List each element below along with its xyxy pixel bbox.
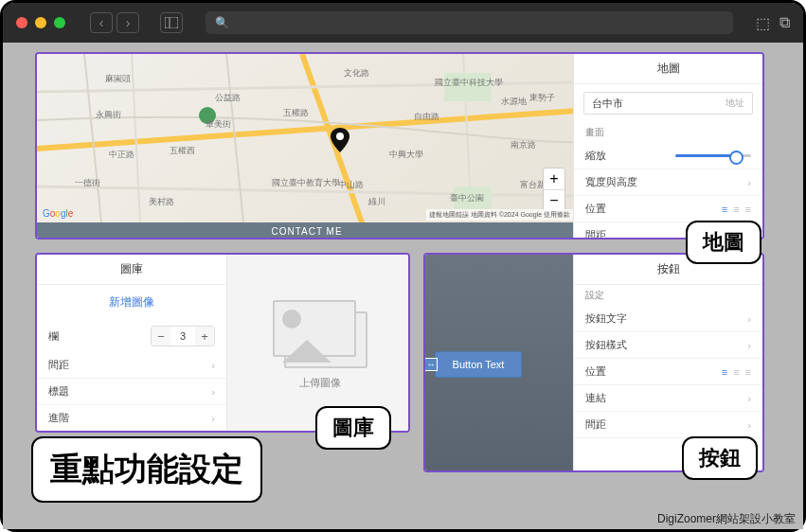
tag-button: 按鈕 — [682, 436, 758, 480]
setting-link[interactable]: 連結 › — [574, 385, 762, 412]
map-road-label: 東勢子 — [529, 92, 555, 104]
align-icons[interactable]: ≡ ≡ ≡ — [722, 366, 751, 378]
setting-position[interactable]: 位置 ≡ ≡ ≡ — [574, 196, 762, 222]
chevron-right-icon: › — [747, 340, 751, 351]
map-road-label: 水源地 — [501, 96, 527, 108]
maximize-window-icon[interactable] — [54, 17, 65, 28]
button-preview-area: ↔ Button Text — [425, 255, 577, 472]
footer-credit: DigiZoomer網站架設小教室 — [657, 511, 796, 527]
titlebar: ‹ › 🔍 ⬚ ⧉ — [3, 3, 803, 43]
panel-title: 地圖 — [574, 54, 762, 84]
map-road-label: 臺中公園 — [450, 192, 484, 204]
map-road-label: 永興街 — [96, 109, 121, 121]
setting-advanced[interactable]: 進階 › — [37, 405, 226, 432]
map-location-input[interactable]: 台中市 地址 — [583, 92, 753, 115]
location-placeholder: 地址 — [725, 97, 744, 110]
align-left-icon[interactable]: ≡ — [722, 366, 727, 378]
chevron-right-icon: › — [747, 419, 751, 431]
setting-position[interactable]: 位置 ≡ ≡ ≡ — [574, 359, 762, 385]
align-left-icon[interactable]: ≡ — [722, 204, 727, 215]
chevron-right-icon: › — [747, 313, 751, 325]
map-preview[interactable]: 麻園頭 公益路 華美街 文化路 國立臺中教育大學 中興大學 國立臺中科技大學 五… — [37, 54, 577, 239]
section-label: 設定 — [574, 285, 762, 306]
align-center-icon[interactable]: ≡ — [733, 204, 739, 215]
columns-stepper: − 3 + — [151, 326, 215, 346]
nav-forward-button[interactable]: › — [116, 12, 139, 33]
stepper-value: 3 — [170, 330, 195, 342]
zoom-slider[interactable] — [675, 154, 751, 157]
close-window-icon[interactable] — [16, 17, 27, 28]
map-road-label: 一德街 — [75, 177, 100, 189]
map-road-label: 美村路 — [149, 196, 174, 208]
map-road-label: 五權路 — [283, 107, 309, 119]
map-attribution: 捷報地圖錯誤 地圖資料 ©2024 Google 使用條款 — [426, 209, 573, 221]
stepper-minus-button[interactable]: − — [152, 327, 170, 346]
location-value: 台中市 — [592, 97, 623, 111]
map-road-label: 自由路 — [414, 111, 439, 123]
map-road-label: 綠川 — [368, 196, 385, 208]
map-road-label: 國立臺中教育大學 — [272, 177, 340, 189]
align-icons[interactable]: ≡ ≡ ≡ — [722, 204, 751, 215]
chevron-right-icon: › — [747, 393, 751, 404]
tabs-icon[interactable]: ⧉ — [779, 14, 790, 32]
tag-gallery: 圖庫 — [315, 406, 391, 450]
map-road-label: 五權西 — [170, 145, 195, 157]
chevron-right-icon: › — [211, 413, 215, 424]
columns-label: 欄 — [48, 329, 59, 344]
setting-spacing[interactable]: 間距 › — [37, 352, 226, 379]
align-right-icon[interactable]: ≡ — [745, 204, 751, 215]
setting-button-style[interactable]: 按鈕樣式 › — [574, 332, 762, 359]
nav-back-button[interactable]: ‹ — [90, 12, 113, 33]
setting-spacing[interactable]: 間距 › — [574, 412, 762, 438]
share-icon[interactable]: ⬚ — [756, 14, 770, 32]
tag-map: 地圖 — [686, 221, 761, 264]
map-zoom-in-button[interactable]: + — [544, 168, 564, 190]
map-road-label: 麻園頭 — [105, 73, 131, 85]
align-center-icon[interactable]: ≡ — [733, 366, 739, 378]
map-road-label: 公益路 — [215, 92, 241, 104]
map-zoom-out-button[interactable]: − — [544, 190, 564, 211]
add-image-button[interactable]: 新增圖像 — [37, 285, 226, 320]
button-preview[interactable]: ↔ Button Text — [435, 351, 522, 378]
align-right-icon[interactable]: ≡ — [745, 366, 751, 378]
chevron-right-icon: › — [211, 386, 215, 398]
chevron-right-icon: › — [211, 360, 215, 371]
map-card: 麻園頭 公益路 華美街 文化路 國立臺中教育大學 中興大學 國立臺中科技大學 五… — [35, 52, 764, 239]
section-label: 畫面 — [574, 122, 762, 143]
columns-setting: 欄 − 3 + — [37, 320, 226, 352]
image-placeholder-icon — [273, 300, 367, 366]
tag-main-title: 重點功能設定 — [31, 436, 262, 503]
svg-rect-0 — [165, 17, 178, 28]
map-road-label: 國立臺中科技大學 — [435, 77, 503, 89]
setting-size[interactable]: 寬度與高度 › — [574, 169, 762, 196]
search-input[interactable]: 🔍 — [206, 11, 733, 34]
setting-title[interactable]: 標題 › — [37, 379, 226, 405]
contact-label: CONTACT ME — [37, 222, 577, 239]
map-pin-icon — [331, 128, 349, 158]
svg-point-5 — [336, 133, 344, 140]
map-road-label: 文化路 — [344, 67, 369, 80]
map-zoom-controls: + − — [543, 168, 565, 212]
drag-handle-icon[interactable]: ↔ — [424, 358, 438, 371]
stepper-plus-button[interactable]: + — [195, 327, 214, 346]
setting-zoom[interactable]: 縮放 — [574, 143, 762, 169]
gallery-settings-panel: 圖庫 新增圖像 欄 − 3 + 間距 › 標題 › — [37, 255, 226, 433]
window-traffic-lights — [16, 17, 65, 28]
chevron-right-icon: › — [747, 177, 751, 188]
panel-title: 圖庫 — [37, 255, 226, 285]
sidebar-toggle-icon[interactable] — [160, 12, 183, 33]
map-road-label: 中興大學 — [389, 149, 423, 161]
minimize-window-icon[interactable] — [35, 17, 46, 28]
map-road-label: 南京路 — [510, 139, 536, 151]
search-icon: 🔍 — [215, 16, 229, 29]
map-road-label: 華美街 — [206, 118, 231, 131]
setting-button-text[interactable]: 按鈕文字 › — [574, 306, 762, 332]
upload-label: 上傳圖像 — [299, 376, 341, 390]
map-settings-panel: 地圖 台中市 地址 畫面 縮放 寬度與高度 › 位置 ≡ — [573, 54, 762, 239]
map-road-label: 中山路 — [338, 179, 364, 191]
google-logo: Google — [43, 208, 73, 219]
map-road-label: 中正路 — [109, 149, 134, 161]
